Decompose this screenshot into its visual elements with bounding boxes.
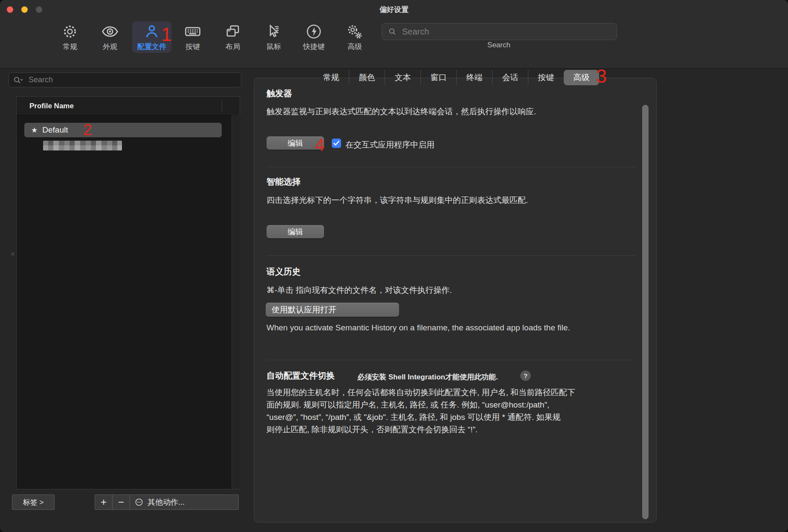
toolbar-item-keys[interactable]: 按键: [173, 21, 212, 53]
keyboard-icon: [183, 21, 202, 41]
tags-button[interactable]: 标签 >: [12, 494, 55, 510]
other-actions-dropdown[interactable]: 其他动作...: [130, 495, 238, 509]
semantic-history-note: When you activate Semantic History on a …: [267, 323, 570, 332]
double-gear-icon: [345, 21, 364, 41]
toolbar-label: 常规: [63, 42, 77, 52]
splitter-handle-dot[interactable]: [11, 252, 14, 256]
column-divider[interactable]: [222, 100, 222, 112]
window-title: 偏好设置: [0, 5, 788, 14]
tab-terminal[interactable]: 终端: [456, 70, 492, 85]
tab-session[interactable]: 会话: [492, 70, 528, 85]
other-actions-label: 其他动作...: [148, 497, 185, 507]
person-icon: [143, 21, 161, 41]
gear-icon: [61, 21, 79, 41]
layout-windows-icon: [224, 21, 242, 41]
toolbar-search-label: Search: [382, 41, 616, 49]
toolbar-label: 布局: [226, 42, 240, 52]
star-icon: ★: [31, 126, 38, 135]
cursor-icon: [265, 21, 283, 41]
toolbar-item-general[interactable]: 常规: [50, 21, 90, 53]
toolbar-search-field[interactable]: [382, 23, 617, 40]
titlebar-toolbar-chrome: 偏好设置 常规 外观: [0, 0, 788, 69]
toolbar-label: 外观: [103, 42, 117, 52]
section-divider: [267, 360, 635, 360]
auto-switching-line: 面的规则. 规则可以指定用户名, 主机名, 路径, 或 任务. 例如, “use…: [267, 399, 549, 411]
panel-scrollbar[interactable]: [642, 105, 649, 519]
triggers-enabled-checkbox[interactable]: [332, 139, 341, 148]
annotation-1: 1: [161, 25, 172, 44]
annotation-3: 3: [596, 66, 607, 86]
smart-selection-edit-button[interactable]: 编辑: [267, 225, 324, 238]
profile-table-header: Profile Name: [17, 97, 240, 116]
remove-profile-button[interactable]: −: [112, 495, 130, 509]
toolbar-label: 按键: [185, 42, 200, 52]
toolbar-item-advanced[interactable]: 高级: [335, 21, 374, 53]
semantic-history-title: 语义历史: [267, 266, 301, 278]
toolbar-search-input[interactable]: [401, 26, 617, 37]
tab-keys[interactable]: 按键: [528, 70, 564, 85]
toolbar-item-arrangement[interactable]: 布局: [213, 21, 252, 53]
dropdown-value: 使用默认应用打开: [272, 304, 336, 315]
smart-selection-description: 四击选择光标下的一个字符串，该字符串与规则集中的正则表达式最匹配.: [267, 195, 528, 206]
profile-row-redacted[interactable]: [43, 141, 122, 150]
auto-switching-title: 自动配置文件切换: [267, 370, 335, 382]
auto-switching-line: 则停止匹配, 除非规则以开头，否则配置文件会切换回去 “!”.: [267, 423, 478, 436]
tab-colors[interactable]: 颜色: [349, 70, 385, 85]
profile-table-scrollbar[interactable]: [232, 115, 240, 489]
semantic-history-description: ⌘-单击 指向现有文件的文件名，对该文件执行操作.: [267, 285, 452, 296]
sidebar-search-input[interactable]: [28, 75, 241, 85]
toolbar-item-shortcuts[interactable]: 快捷键: [294, 21, 333, 53]
profile-name-column-header[interactable]: Profile Name: [29, 102, 74, 110]
sidebar-search-field[interactable]: [9, 72, 241, 87]
profile-name-label: Default: [42, 125, 68, 135]
profile-row-default[interactable]: ★ Default: [24, 123, 222, 137]
semantic-history-dropdown[interactable]: 使用默认应用打开: [266, 303, 399, 317]
tab-advanced[interactable]: 高级: [564, 70, 599, 85]
annotation-2: 2: [83, 122, 92, 138]
section-divider: [267, 255, 635, 256]
checkmark-icon: [333, 141, 339, 146]
tags-button-label: 标签 >: [12, 495, 54, 509]
eye-icon: [101, 21, 119, 41]
add-profile-button[interactable]: +: [95, 495, 112, 509]
help-button[interactable]: ?: [520, 370, 531, 381]
auto-switching-line: 当使用您的主机名时，任何会话都将自动切换到此配置文件, 用户名, 和当前路径匹配…: [267, 386, 575, 399]
tab-text[interactable]: 文本: [385, 70, 420, 85]
toolbar-item-appearance[interactable]: 外观: [90, 21, 130, 53]
toolbar-item-pointer[interactable]: 鼠标: [254, 21, 293, 53]
annotation-4: 4: [315, 136, 324, 153]
toolbar-label: 高级: [348, 42, 362, 52]
profile-table: Profile Name ★ Default 2: [16, 96, 240, 489]
profile-tab-bar: 常规 颜色 文本 窗口 终端 会话 按键 高级: [313, 70, 599, 85]
auto-switching-line: “user@”, “host”, “/path”, 或 "&job". 主机名,…: [267, 411, 560, 423]
tab-general[interactable]: 常规: [313, 70, 349, 85]
profile-actions-control: + − 其他动作...: [95, 494, 239, 510]
triggers-section-title: 触发器: [267, 88, 292, 99]
smart-selection-title: 智能选择: [267, 176, 301, 188]
toolbar-label: 快捷键: [303, 42, 325, 52]
bolt-circle-icon: [305, 21, 323, 41]
search-icon: [388, 27, 397, 36]
tab-window[interactable]: 窗口: [420, 70, 456, 85]
section-divider: [267, 167, 635, 167]
search-scope-icon: [13, 76, 24, 84]
preferences-window: 偏好设置 常规 外观: [0, 0, 788, 532]
triggers-checkbox-label[interactable]: 在交互式应用程序中启用: [345, 139, 435, 150]
toolbar-label: 鼠标: [267, 42, 281, 52]
auto-switching-requirement: 必须安装 Shell Integration才能使用此功能.: [357, 372, 498, 382]
circled-ellipsis-icon: [134, 497, 144, 507]
triggers-description: 触发器监视与正则表达式匹配的文本以到达终端会话，然后执行操作以响应.: [267, 106, 536, 117]
